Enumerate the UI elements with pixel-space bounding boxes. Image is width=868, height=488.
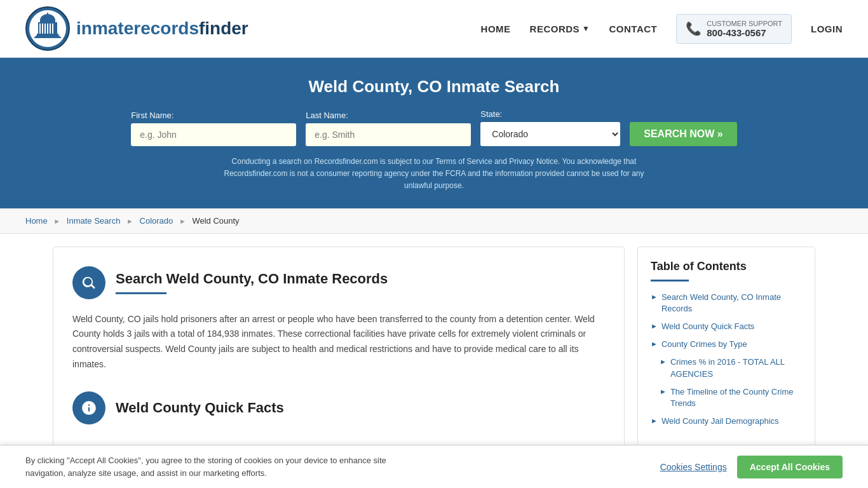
svg-rect-9 (50, 24, 51, 34)
magnifier-icon (81, 274, 97, 291)
toc-chevron-1: ► (651, 293, 658, 301)
toc-link-6[interactable]: Weld County Jail Demographics (661, 416, 779, 427)
toc-item-2[interactable]: ► Weld County Quick Facts (651, 321, 802, 332)
toc-chevron-6: ► (651, 417, 658, 424)
section1-title: Search Weld County, CO Inmate Records (116, 271, 388, 287)
state-select[interactable]: Colorado Alabama Alaska Arizona Californ… (480, 122, 620, 146)
last-name-label: Last Name: (306, 111, 348, 120)
section2-title: Weld County Quick Facts (116, 400, 284, 416)
disclaimer-text: Conducting a search on Recordsfinder.com… (212, 156, 656, 193)
logo-text: inmaterecordsfinder (76, 18, 248, 39)
support-label: CUSTOMER SUPPORT (707, 20, 782, 27)
cookie-actions: Cookies Settings Accept All Cookies (660, 456, 843, 460)
breadcrumb-current: Weld County (192, 216, 239, 226)
toc-link-5[interactable]: The Timeline of the County Crime Trends (670, 386, 802, 409)
facts-section-icon (72, 391, 105, 424)
last-name-group: Last Name: (306, 111, 471, 146)
cookie-text: By clicking "Accept All Cookies", you ag… (25, 454, 407, 459)
toc-item-3[interactable]: ► County Crimes by Type (651, 339, 802, 350)
toc-chevron-2: ► (651, 322, 658, 330)
logo-area[interactable]: inmaterecordsfinder (25, 6, 248, 51)
svg-rect-3 (40, 20, 55, 22)
search-section-icon (72, 266, 105, 299)
section2-header: Weld County Quick Facts (72, 391, 605, 424)
customer-support[interactable]: 📞 CUSTOMER SUPPORT 800-433-0567 (676, 14, 792, 44)
search-banner: Weld County, CO Inmate Search First Name… (0, 58, 868, 208)
sidebar: Table of Contents ► Search Weld County, … (637, 247, 815, 447)
svg-rect-11 (37, 34, 58, 36)
toc-item-1[interactable]: ► Search Weld County, CO Inmate Records (651, 292, 802, 315)
toc-item-5[interactable]: ► The Timeline of the County Crime Trend… (651, 386, 802, 409)
site-header: inmaterecordsfinder HOME RECORDS ▼ CONTA… (0, 0, 868, 58)
breadcrumb-sep-3: ► (179, 217, 186, 225)
nav-home[interactable]: HOME (481, 24, 511, 34)
first-name-label: First Name: (131, 111, 173, 120)
toc-chevron-4: ► (660, 358, 667, 365)
svg-rect-6 (42, 24, 43, 34)
breadcrumb-sep-2: ► (126, 217, 133, 225)
search-form: First Name: Last Name: State: Colorado A… (25, 109, 843, 146)
support-phone: 800-433-0567 (707, 27, 782, 38)
first-name-group: First Name: (131, 111, 296, 146)
nav-login[interactable]: LOGIN (811, 24, 843, 34)
state-group: State: Colorado Alabama Alaska Arizona C… (480, 109, 620, 146)
accept-all-cookies-button[interactable]: Accept All Cookies (737, 456, 843, 460)
search-now-button[interactable]: SEARCH NOW » (630, 122, 736, 146)
section1-divider (116, 292, 166, 294)
svg-rect-14 (47, 13, 48, 20)
state-label: State: (480, 109, 502, 119)
section1-body: Weld County, CO jails hold prisoners aft… (72, 312, 605, 372)
breadcrumb-inmate-search[interactable]: Inmate Search (67, 216, 121, 226)
headset-icon: 📞 (686, 21, 702, 36)
svg-rect-10 (52, 24, 53, 34)
nav-contact[interactable]: CONTACT (609, 24, 658, 34)
breadcrumb: Home ► Inmate Search ► Colorado ► Weld C… (0, 208, 868, 234)
banner-title: Weld County, CO Inmate Search (25, 77, 843, 97)
content-area: Search Weld County, CO Inmate Records We… (53, 247, 625, 447)
svg-rect-7 (44, 24, 46, 34)
toc-box: Table of Contents ► Search Weld County, … (637, 247, 815, 447)
main-nav: HOME RECORDS ▼ CONTACT 📞 CUSTOMER SUPPOR… (481, 14, 843, 44)
toc-link-4[interactable]: Crimes % in 2016 - TOTAL ALL AGENCIES (670, 356, 802, 379)
svg-rect-8 (47, 24, 48, 34)
svg-rect-5 (39, 24, 41, 34)
breadcrumb-home[interactable]: Home (25, 216, 48, 226)
toc-divider (651, 280, 689, 281)
toc-chevron-5: ► (660, 388, 667, 395)
main-content: Search Weld County, CO Inmate Records We… (27, 234, 841, 460)
breadcrumb-colorado[interactable]: Colorado (140, 216, 173, 226)
toc-item-4[interactable]: ► Crimes % in 2016 - TOTAL ALL AGENCIES (651, 356, 802, 379)
toc-chevron-3: ► (651, 340, 658, 348)
toc-link-1[interactable]: Search Weld County, CO Inmate Records (661, 292, 802, 315)
nav-records[interactable]: RECORDS ▼ (530, 24, 590, 34)
toc-title: Table of Contents (651, 260, 802, 273)
info-icon (81, 400, 97, 416)
records-chevron-icon: ▼ (582, 24, 590, 33)
svg-rect-13 (34, 37, 61, 38)
toc-link-2[interactable]: Weld County Quick Facts (661, 321, 754, 332)
last-name-input[interactable] (306, 123, 471, 146)
toc-item-6[interactable]: ► Weld County Jail Demographics (651, 416, 802, 427)
section1-header: Search Weld County, CO Inmate Records (72, 266, 605, 299)
cookie-banner: By clicking "Accept All Cookies", you ag… (0, 445, 868, 459)
svg-rect-12 (36, 36, 60, 37)
toc-link-3[interactable]: County Crimes by Type (661, 339, 747, 350)
breadcrumb-sep-1: ► (53, 217, 60, 225)
logo-icon (25, 6, 70, 51)
first-name-input[interactable] (131, 123, 296, 146)
